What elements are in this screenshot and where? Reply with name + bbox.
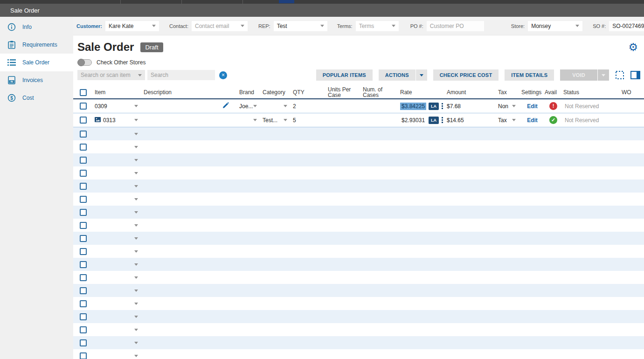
edit-settings-link[interactable]: Edit <box>527 117 538 124</box>
row-checkbox[interactable] <box>80 326 87 333</box>
chevron-down-icon[interactable] <box>253 119 257 121</box>
rep-dropdown[interactable]: Test <box>274 21 327 31</box>
chevron-down-icon[interactable] <box>134 342 138 344</box>
marquee-select-button[interactable] <box>615 70 624 80</box>
chevron-down-icon[interactable] <box>284 105 287 107</box>
customer-po-input[interactable] <box>427 21 484 31</box>
item-cell[interactable] <box>93 297 142 310</box>
chevron-down-icon[interactable] <box>134 290 138 292</box>
item-cell[interactable] <box>93 180 142 193</box>
item-cell[interactable] <box>93 153 142 166</box>
terms-dropdown[interactable]: Terms <box>356 21 399 31</box>
chevron-down-icon[interactable] <box>512 105 516 107</box>
item-cell[interactable] <box>93 219 142 232</box>
row-checkbox[interactable] <box>80 222 87 229</box>
chevron-down-icon[interactable] <box>134 224 138 227</box>
sidebar-item-invoices[interactable]: IN Invoices <box>0 71 73 89</box>
item-cell[interactable]: 0309 <box>93 99 142 113</box>
row-checkbox[interactable] <box>80 209 87 216</box>
available-icon[interactable]: ✓ <box>549 116 557 124</box>
chevron-down-icon[interactable] <box>134 303 138 305</box>
sidebar-item-sale-order[interactable]: Sale Order <box>0 54 73 71</box>
row-checkbox[interactable] <box>80 144 87 151</box>
category-cell[interactable]: Test... <box>261 113 291 127</box>
store-dropdown[interactable]: Monsey <box>528 21 582 31</box>
tax-cell[interactable]: Tax <box>497 113 520 127</box>
chevron-down-icon[interactable] <box>134 146 138 148</box>
num-of-cases-cell[interactable] <box>361 113 399 127</box>
row-checkbox[interactable] <box>80 196 87 203</box>
row-checkbox[interactable] <box>80 287 87 294</box>
units-per-case-cell[interactable] <box>326 113 361 127</box>
kebab-menu-icon[interactable] <box>442 117 443 123</box>
kebab-menu-icon[interactable] <box>442 103 443 109</box>
actions-button[interactable]: ACTIONS <box>379 69 415 81</box>
brand-cell[interactable] <box>238 113 261 127</box>
row-checkbox[interactable] <box>80 170 87 177</box>
row-checkbox[interactable] <box>80 313 87 320</box>
item-cell[interactable] <box>93 245 142 258</box>
item-cell[interactable] <box>93 193 142 206</box>
not-available-icon[interactable]: ! <box>549 102 557 110</box>
customer-dropdown[interactable]: Kare Kate <box>105 21 159 31</box>
category-cell[interactable] <box>261 99 291 113</box>
clear-search-icon[interactable]: × <box>219 71 227 79</box>
chevron-down-icon[interactable] <box>134 263 138 266</box>
item-cell[interactable] <box>93 323 142 336</box>
item-cell[interactable] <box>93 140 142 153</box>
chevron-down-icon[interactable] <box>134 250 138 253</box>
item-cell[interactable] <box>93 336 142 349</box>
chevron-down-icon[interactable] <box>134 133 138 135</box>
item-cell[interactable] <box>93 232 142 245</box>
units-per-case-cell[interactable] <box>326 99 361 113</box>
chevron-down-icon[interactable] <box>134 276 138 279</box>
sidebar-item-requirements[interactable]: Requirements <box>0 36 73 54</box>
tax-cell[interactable]: Non <box>497 99 520 113</box>
check-price-cost-button[interactable]: CHECK PRICE COST <box>433 69 499 81</box>
row-checkbox[interactable] <box>80 300 87 307</box>
la-badge[interactable]: LA <box>429 117 439 124</box>
check-other-stores-toggle[interactable] <box>78 59 92 66</box>
row-checkbox[interactable] <box>80 131 87 138</box>
chevron-down-icon[interactable] <box>134 119 138 121</box>
void-button[interactable]: VOID <box>560 69 597 81</box>
row-checkbox[interactable] <box>80 235 87 242</box>
row-checkbox[interactable] <box>80 183 87 190</box>
select-all-checkbox[interactable] <box>80 89 87 96</box>
description-cell[interactable] <box>142 99 238 113</box>
chevron-down-icon[interactable] <box>134 172 138 174</box>
row-checkbox[interactable] <box>80 117 87 124</box>
contact-dropdown[interactable]: Contact email <box>192 21 248 31</box>
rate-cell[interactable]: $3.84225 LA <box>399 99 445 113</box>
chevron-down-icon[interactable] <box>134 185 138 187</box>
scan-item-dropdown[interactable]: Search or scan item <box>77 70 145 80</box>
chevron-down-icon[interactable] <box>512 119 516 121</box>
row-checkbox[interactable] <box>80 261 87 268</box>
item-cell[interactable] <box>93 349 142 359</box>
popular-items-button[interactable]: POPULAR ITEMS <box>316 69 373 81</box>
search-input[interactable] <box>147 70 215 80</box>
actions-dropdown-button[interactable] <box>416 69 427 81</box>
chevron-down-icon[interactable] <box>134 159 138 161</box>
item-cell[interactable] <box>93 166 142 180</box>
brand-cell[interactable]: Joe... <box>238 99 261 113</box>
item-cell[interactable] <box>93 258 142 271</box>
item-cell[interactable] <box>93 206 142 219</box>
row-checkbox[interactable] <box>80 339 87 346</box>
sidebar-item-cost[interactable]: $ Cost <box>0 89 73 107</box>
chevron-down-icon[interactable] <box>134 355 138 357</box>
chevron-down-icon[interactable] <box>253 105 257 107</box>
gear-icon[interactable]: ⚙ <box>628 42 638 53</box>
chevron-down-icon[interactable] <box>134 316 138 318</box>
row-checkbox[interactable] <box>80 352 87 359</box>
void-dropdown-button[interactable] <box>598 69 609 81</box>
chevron-down-icon[interactable] <box>134 198 138 200</box>
so-number-input[interactable] <box>609 21 644 31</box>
item-cell[interactable]: 0313 <box>93 113 142 127</box>
row-checkbox[interactable] <box>80 248 87 255</box>
item-cell[interactable] <box>93 284 142 297</box>
edit-settings-link[interactable]: Edit <box>527 103 538 110</box>
sidebar-item-info[interactable]: Info <box>0 18 73 36</box>
item-cell[interactable] <box>93 127 142 140</box>
chevron-down-icon[interactable] <box>134 105 138 107</box>
